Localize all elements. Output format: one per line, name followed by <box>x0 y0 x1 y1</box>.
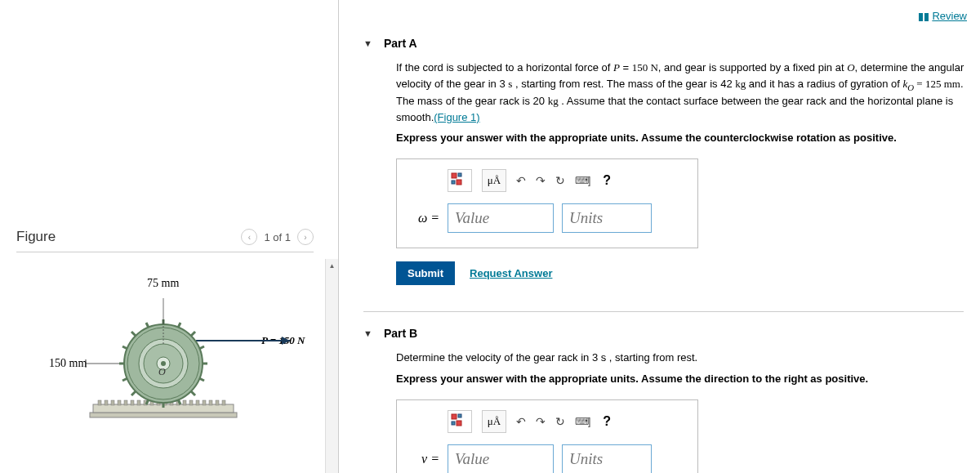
special-chars-button[interactable]: μÅ <box>482 410 506 433</box>
caret-down-icon: ▼ <box>363 38 372 48</box>
figure-pane: Figure ‹ 1 of 1 › 75 mm 150 mm P = 150 N <box>0 0 338 473</box>
svg-rect-6 <box>98 400 101 405</box>
part-a-header[interactable]: ▼ Part A <box>363 22 972 60</box>
figure-1-link[interactable]: (Figure 1) <box>434 111 479 123</box>
part-b-question: Determine the velocity of the gear rack … <box>396 350 972 366</box>
svg-line-29 <box>178 323 180 328</box>
svg-rect-51 <box>452 173 457 178</box>
svg-line-33 <box>199 378 204 381</box>
gear-svg: O <box>82 283 302 431</box>
pager-label: 1 of 1 <box>264 231 291 243</box>
keyboard-icon[interactable]: ⌨︎] <box>575 416 590 427</box>
svg-line-41 <box>122 346 127 349</box>
undo-icon[interactable]: ↶ <box>516 174 526 187</box>
svg-line-34 <box>191 391 195 395</box>
svg-marker-3 <box>282 337 290 345</box>
svg-rect-10 <box>124 400 127 405</box>
part-a-question: If the cord is subjected to a horizontal… <box>396 60 972 125</box>
templates-button[interactable] <box>448 169 472 192</box>
v-label: v = <box>412 452 439 466</box>
svg-line-39 <box>122 378 127 381</box>
svg-rect-23 <box>209 400 212 405</box>
figure-scrollbar[interactable]: ▲ ▼ <box>325 259 338 473</box>
divider <box>16 252 314 252</box>
svg-rect-8 <box>111 400 114 405</box>
figure-diagram: 75 mm 150 mm P = 150 N <box>16 259 325 473</box>
svg-rect-21 <box>196 400 199 405</box>
help-button[interactable]: ? <box>603 173 611 188</box>
svg-line-30 <box>191 332 195 336</box>
keyboard-icon[interactable]: ⌨︎] <box>575 175 590 186</box>
part-a-value-input[interactable] <box>448 203 554 233</box>
svg-rect-22 <box>203 400 206 405</box>
figure-pager: ‹ 1 of 1 › <box>241 229 314 245</box>
svg-rect-56 <box>458 414 461 417</box>
svg-rect-11 <box>131 400 134 405</box>
svg-rect-58 <box>457 421 461 426</box>
reset-icon[interactable]: ↻ <box>555 174 565 187</box>
svg-line-43 <box>146 323 149 328</box>
templates-button[interactable] <box>448 410 472 433</box>
review-icon <box>919 13 929 21</box>
svg-rect-9 <box>118 400 121 405</box>
omega-label: ω = <box>412 211 439 225</box>
part-a-submit-button[interactable]: Submit <box>396 261 455 285</box>
part-b-header[interactable]: ▼ Part B <box>363 312 972 350</box>
part-b-units-input[interactable] <box>562 444 652 473</box>
svg-rect-54 <box>457 180 461 185</box>
scroll-up-icon[interactable]: ▲ <box>326 259 338 272</box>
svg-rect-53 <box>452 181 455 184</box>
redo-icon[interactable]: ↷ <box>536 174 546 187</box>
svg-rect-52 <box>458 173 461 176</box>
svg-line-42 <box>131 332 136 336</box>
undo-icon[interactable]: ↶ <box>516 415 526 428</box>
svg-rect-12 <box>137 400 140 405</box>
svg-rect-24 <box>216 400 219 405</box>
pager-prev-button[interactable]: ‹ <box>241 229 257 245</box>
part-b-instruction: Express your answer with the appropriate… <box>396 373 972 385</box>
special-chars-button[interactable]: μÅ <box>482 169 506 192</box>
svg-rect-25 <box>222 400 225 405</box>
svg-rect-20 <box>189 400 193 405</box>
part-b-value-input[interactable] <box>448 444 554 473</box>
part-a-instruction: Express your answer with the appropriate… <box>396 132 972 144</box>
part-a-request-answer-link[interactable]: Request Answer <box>470 267 552 279</box>
review-link[interactable]: Review <box>932 10 967 22</box>
redo-icon[interactable]: ↷ <box>536 415 546 428</box>
part-a-answer-box: μÅ ↶ ↷ ↻ ⌨︎] ? ω = <box>396 158 698 248</box>
help-button[interactable]: ? <box>603 414 611 429</box>
svg-rect-7 <box>105 400 108 405</box>
svg-rect-4 <box>90 413 237 417</box>
reset-icon[interactable]: ↻ <box>555 415 565 428</box>
svg-rect-55 <box>452 414 457 419</box>
svg-line-38 <box>131 391 136 395</box>
part-b-answer-box: μÅ ↶ ↷ ↻ ⌨︎] ? v = <box>396 399 698 473</box>
svg-rect-57 <box>452 422 455 425</box>
part-a-units-input[interactable] <box>562 203 652 233</box>
content-pane: Review ▼ Part A If the cord is subjected… <box>339 0 980 473</box>
svg-line-31 <box>199 346 204 349</box>
part-b-title: Part B <box>384 327 417 340</box>
figure-title: Figure <box>16 229 56 245</box>
svg-text:O: O <box>158 366 166 377</box>
svg-rect-19 <box>183 400 186 405</box>
part-a-title: Part A <box>384 37 417 50</box>
caret-down-icon: ▼ <box>363 328 372 338</box>
pager-next-button[interactable]: › <box>297 229 314 245</box>
